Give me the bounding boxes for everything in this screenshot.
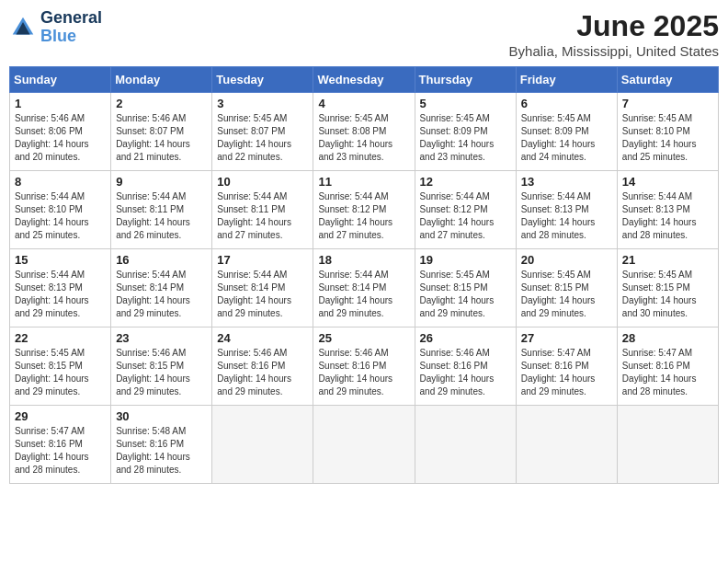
day-cell-19: 19Sunrise: 5:45 AM Sunset: 8:15 PM Dayli…: [415, 249, 516, 327]
day-info-24: Sunrise: 5:46 AM Sunset: 8:16 PM Dayligh…: [217, 347, 308, 398]
day-number-21: 21: [622, 253, 713, 267]
day-cell-2: 2Sunrise: 5:46 AM Sunset: 8:07 PM Daylig…: [111, 93, 212, 171]
day-cell-3: 3Sunrise: 5:45 AM Sunset: 8:07 PM Daylig…: [212, 93, 313, 171]
day-cell-14: 14Sunrise: 5:44 AM Sunset: 8:13 PM Dayli…: [617, 171, 718, 249]
day-info-8: Sunrise: 5:44 AM Sunset: 8:10 PM Dayligh…: [15, 190, 106, 242]
header: General Blue June 2025 Byhalia, Mississi…: [9, 9, 719, 59]
day-number-27: 27: [521, 331, 612, 345]
day-info-29: Sunrise: 5:47 AM Sunset: 8:16 PM Dayligh…: [15, 425, 106, 477]
day-cell-5: 5Sunrise: 5:45 AM Sunset: 8:09 PM Daylig…: [415, 93, 516, 171]
day-cell-25: 25Sunrise: 5:46 AM Sunset: 8:16 PM Dayli…: [313, 327, 415, 406]
day-number-3: 3: [217, 97, 308, 110]
day-info-27: Sunrise: 5:47 AM Sunset: 8:16 PM Dayligh…: [521, 347, 612, 398]
day-number-9: 9: [116, 175, 207, 189]
day-number-5: 5: [420, 97, 511, 110]
day-number-28: 28: [622, 331, 713, 345]
empty-cell: [313, 406, 415, 484]
day-cell-11: 11Sunrise: 5:44 AM Sunset: 8:12 PM Dayli…: [313, 171, 415, 249]
day-number-13: 13: [521, 175, 612, 189]
day-info-23: Sunrise: 5:46 AM Sunset: 8:15 PM Dayligh…: [116, 347, 207, 398]
day-number-17: 17: [217, 253, 308, 267]
day-info-22: Sunrise: 5:45 AM Sunset: 8:15 PM Dayligh…: [15, 347, 106, 398]
day-cell-23: 23Sunrise: 5:46 AM Sunset: 8:15 PM Dayli…: [111, 327, 212, 406]
calendar-title: June 2025: [509, 9, 719, 43]
day-number-19: 19: [420, 253, 511, 267]
empty-cell: [516, 406, 617, 484]
day-cell-22: 22Sunrise: 5:45 AM Sunset: 8:15 PM Dayli…: [10, 327, 111, 406]
logo: General Blue: [9, 9, 102, 46]
day-number-30: 30: [116, 409, 207, 423]
day-cell-16: 16Sunrise: 5:44 AM Sunset: 8:14 PM Dayli…: [111, 249, 212, 327]
weekday-header-wednesday: Wednesday: [313, 67, 415, 93]
weekday-header-thursday: Thursday: [415, 67, 516, 93]
weekday-header-sunday: Sunday: [10, 67, 111, 93]
day-cell-21: 21Sunrise: 5:45 AM Sunset: 8:15 PM Dayli…: [617, 249, 718, 327]
day-info-5: Sunrise: 5:45 AM Sunset: 8:09 PM Dayligh…: [420, 112, 511, 164]
day-cell-1: 1Sunrise: 5:46 AM Sunset: 8:06 PM Daylig…: [10, 93, 111, 171]
day-number-25: 25: [318, 331, 409, 345]
day-cell-9: 9Sunrise: 5:44 AM Sunset: 8:11 PM Daylig…: [111, 171, 212, 249]
day-info-30: Sunrise: 5:48 AM Sunset: 8:16 PM Dayligh…: [116, 425, 207, 477]
day-cell-28: 28Sunrise: 5:47 AM Sunset: 8:16 PM Dayli…: [617, 327, 718, 406]
day-info-18: Sunrise: 5:44 AM Sunset: 8:14 PM Dayligh…: [318, 269, 409, 320]
weekday-header-row: SundayMondayTuesdayWednesdayThursdayFrid…: [10, 67, 719, 93]
day-info-9: Sunrise: 5:44 AM Sunset: 8:11 PM Dayligh…: [116, 190, 207, 242]
day-number-1: 1: [15, 97, 106, 110]
week-row-2: 8Sunrise: 5:44 AM Sunset: 8:10 PM Daylig…: [10, 171, 719, 249]
day-number-11: 11: [318, 175, 409, 189]
day-number-18: 18: [318, 253, 409, 267]
day-info-20: Sunrise: 5:45 AM Sunset: 8:15 PM Dayligh…: [521, 269, 612, 320]
day-cell-29: 29Sunrise: 5:47 AM Sunset: 8:16 PM Dayli…: [10, 406, 111, 484]
day-number-29: 29: [15, 409, 106, 423]
day-number-12: 12: [420, 175, 511, 189]
day-info-15: Sunrise: 5:44 AM Sunset: 8:13 PM Dayligh…: [15, 269, 106, 320]
day-info-26: Sunrise: 5:46 AM Sunset: 8:16 PM Dayligh…: [420, 347, 511, 398]
weekday-header-friday: Friday: [516, 67, 617, 93]
day-info-6: Sunrise: 5:45 AM Sunset: 8:09 PM Dayligh…: [521, 112, 612, 164]
day-number-6: 6: [521, 97, 612, 110]
day-info-21: Sunrise: 5:45 AM Sunset: 8:15 PM Dayligh…: [622, 269, 713, 320]
week-row-1: 1Sunrise: 5:46 AM Sunset: 8:06 PM Daylig…: [10, 93, 719, 171]
empty-cell: [617, 406, 718, 484]
day-info-10: Sunrise: 5:44 AM Sunset: 8:11 PM Dayligh…: [217, 190, 308, 242]
weekday-header-monday: Monday: [111, 67, 212, 93]
empty-cell: [212, 406, 313, 484]
day-info-16: Sunrise: 5:44 AM Sunset: 8:14 PM Dayligh…: [116, 269, 207, 320]
day-number-10: 10: [217, 175, 308, 189]
day-number-8: 8: [15, 175, 106, 189]
day-number-20: 20: [521, 253, 612, 267]
day-cell-8: 8Sunrise: 5:44 AM Sunset: 8:10 PM Daylig…: [10, 171, 111, 249]
weekday-header-tuesday: Tuesday: [212, 67, 313, 93]
day-info-13: Sunrise: 5:44 AM Sunset: 8:13 PM Dayligh…: [521, 190, 612, 242]
day-info-11: Sunrise: 5:44 AM Sunset: 8:12 PM Dayligh…: [318, 190, 409, 242]
day-info-7: Sunrise: 5:45 AM Sunset: 8:10 PM Dayligh…: [622, 112, 713, 164]
day-cell-20: 20Sunrise: 5:45 AM Sunset: 8:15 PM Dayli…: [516, 249, 617, 327]
day-cell-4: 4Sunrise: 5:45 AM Sunset: 8:08 PM Daylig…: [313, 93, 415, 171]
logo-icon: [9, 14, 37, 41]
day-cell-10: 10Sunrise: 5:44 AM Sunset: 8:11 PM Dayli…: [212, 171, 313, 249]
day-number-24: 24: [217, 331, 308, 345]
day-info-14: Sunrise: 5:44 AM Sunset: 8:13 PM Dayligh…: [622, 190, 713, 242]
day-cell-12: 12Sunrise: 5:44 AM Sunset: 8:12 PM Dayli…: [415, 171, 516, 249]
empty-cell: [415, 406, 516, 484]
week-row-4: 22Sunrise: 5:45 AM Sunset: 8:15 PM Dayli…: [10, 327, 719, 406]
day-info-12: Sunrise: 5:44 AM Sunset: 8:12 PM Dayligh…: [420, 190, 511, 242]
day-number-4: 4: [318, 97, 409, 110]
day-cell-30: 30Sunrise: 5:48 AM Sunset: 8:16 PM Dayli…: [111, 406, 212, 484]
day-cell-7: 7Sunrise: 5:45 AM Sunset: 8:10 PM Daylig…: [617, 93, 718, 171]
day-number-22: 22: [15, 331, 106, 345]
day-cell-18: 18Sunrise: 5:44 AM Sunset: 8:14 PM Dayli…: [313, 249, 415, 327]
day-cell-15: 15Sunrise: 5:44 AM Sunset: 8:13 PM Dayli…: [10, 249, 111, 327]
day-number-16: 16: [116, 253, 207, 267]
day-info-1: Sunrise: 5:46 AM Sunset: 8:06 PM Dayligh…: [15, 112, 106, 164]
day-cell-27: 27Sunrise: 5:47 AM Sunset: 8:16 PM Dayli…: [516, 327, 617, 406]
day-info-2: Sunrise: 5:46 AM Sunset: 8:07 PM Dayligh…: [116, 112, 207, 164]
day-number-7: 7: [622, 97, 713, 110]
calendar-table: SundayMondayTuesdayWednesdayThursdayFrid…: [9, 66, 719, 484]
day-number-26: 26: [420, 331, 511, 345]
day-number-15: 15: [15, 253, 106, 267]
day-number-2: 2: [116, 97, 207, 110]
day-info-19: Sunrise: 5:45 AM Sunset: 8:15 PM Dayligh…: [420, 269, 511, 320]
day-cell-6: 6Sunrise: 5:45 AM Sunset: 8:09 PM Daylig…: [516, 93, 617, 171]
day-info-25: Sunrise: 5:46 AM Sunset: 8:16 PM Dayligh…: [318, 347, 409, 398]
